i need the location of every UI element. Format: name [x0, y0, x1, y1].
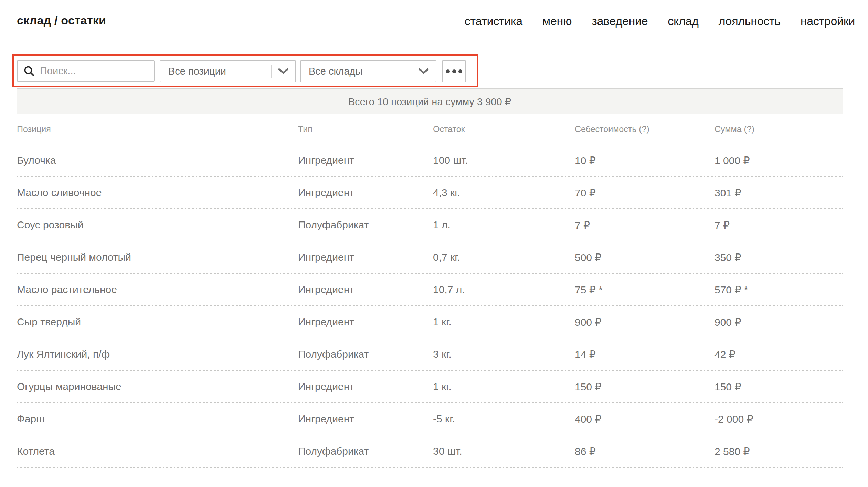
table-row[interactable]: Фарш Ингредиент -5 кг. 400 ₽ -2 000 ₽	[17, 403, 843, 435]
cell-position: Фарш	[17, 413, 298, 425]
cell-cost: 900 ₽	[575, 316, 714, 328]
select-divider	[412, 65, 412, 78]
cell-cost: 86 ₽	[575, 445, 714, 457]
cell-cost: 500 ₽	[575, 251, 714, 263]
cell-position: Масло растительное	[17, 284, 298, 295]
warehouses-filter-value: Все склады	[309, 66, 362, 77]
search-input[interactable]	[40, 65, 143, 77]
cell-position: Сыр твердый	[17, 316, 298, 328]
page-title: склад / остатки	[17, 14, 106, 27]
cell-position: Котлета	[17, 445, 298, 457]
cell-stock: 1 кг.	[433, 316, 575, 328]
cell-type: Полуфабрикат	[298, 348, 433, 360]
cell-cost: 10 ₽	[575, 154, 714, 166]
cell-type: Ингредиент	[298, 284, 433, 295]
nav-item-loyalty[interactable]: лояльность	[719, 14, 781, 28]
column-header-cost: Себестоимость (?)	[575, 124, 714, 134]
table-body: Булочка Ингредиент 100 шт. 10 ₽ 1 000 ₽ …	[17, 144, 843, 468]
cell-type: Полуфабрикат	[298, 219, 433, 231]
cell-position: Соус розовый	[17, 219, 298, 231]
cell-stock: 1 л.	[433, 219, 575, 231]
cell-position: Масло сливочное	[17, 187, 298, 198]
cell-sum: 1 000 ₽	[714, 154, 843, 166]
table-row[interactable]: Котлета Полуфабрикат 30 шт. 86 ₽ 2 580 ₽	[17, 435, 843, 468]
cell-sum: 900 ₽	[714, 316, 843, 328]
summary-text: Всего 10 позиций на сумму 3 900 ₽	[348, 96, 511, 108]
cell-type: Ингредиент	[298, 381, 433, 392]
nav-item-statistics[interactable]: статистика	[465, 14, 522, 28]
cell-stock: 4,3 кг.	[433, 187, 575, 198]
stock-content: Всего 10 позиций на сумму 3 900 ₽ Позици…	[17, 88, 843, 468]
positions-filter-value: Все позиции	[168, 66, 226, 77]
table-row[interactable]: Масло сливочное Ингредиент 4,3 кг. 70 ₽ …	[17, 177, 843, 209]
cell-position: Лук Ялтинский, п/ф	[17, 348, 298, 360]
table-row[interactable]: Сыр твердый Ингредиент 1 кг. 900 ₽ 900 ₽	[17, 306, 843, 338]
nav-item-settings[interactable]: настройки	[801, 14, 855, 28]
cell-stock: 1 кг.	[433, 381, 575, 392]
cell-position: Огурцы маринованые	[17, 381, 298, 392]
nav-item-venue[interactable]: заведение	[592, 14, 648, 28]
table-row[interactable]: Лук Ялтинский, п/ф Полуфабрикат 3 кг. 14…	[17, 338, 843, 371]
cell-stock: 10,7 л.	[433, 284, 575, 295]
table-row[interactable]: Масло растительное Ингредиент 10,7 л. 75…	[17, 274, 843, 306]
cell-cost: 75 ₽ *	[575, 284, 714, 296]
cell-sum: 2 580 ₽	[714, 445, 843, 457]
table-row[interactable]: Перец черный молотый Ингредиент 0,7 кг. …	[17, 241, 843, 274]
cell-type: Ингредиент	[298, 251, 433, 263]
ellipsis-icon	[446, 69, 462, 73]
cell-cost: 150 ₽	[575, 381, 714, 393]
cell-cost: 70 ₽	[575, 187, 714, 199]
cell-type: Ингредиент	[298, 316, 433, 328]
column-header-position: Позиция	[17, 124, 298, 134]
cell-sum: 7 ₽	[714, 219, 843, 231]
cell-cost: 7 ₽	[575, 219, 714, 231]
cell-cost: 14 ₽	[575, 348, 714, 360]
select-divider	[271, 65, 272, 78]
table-row[interactable]: Соус розовый Полуфабрикат 1 л. 7 ₽ 7 ₽	[17, 209, 843, 241]
search-icon	[24, 66, 34, 76]
cell-sum: 301 ₽	[714, 187, 843, 199]
cell-stock: -5 кг.	[433, 413, 575, 425]
summary-bar: Всего 10 позиций на сумму 3 900 ₽	[17, 88, 843, 114]
chevron-down-icon	[278, 68, 289, 75]
cell-sum: 570 ₽ *	[714, 284, 843, 296]
cell-stock: 30 шт.	[433, 445, 575, 457]
column-header-sum: Сумма (?)	[714, 124, 843, 134]
cell-cost: 400 ₽	[575, 413, 714, 425]
cell-type: Полуфабрикат	[298, 445, 433, 457]
more-options-button[interactable]	[442, 60, 466, 82]
cell-sum: 150 ₽	[714, 381, 843, 393]
table-header-row: Позиция Тип Остаток Себестоимость (?) Су…	[17, 114, 843, 144]
cell-sum: 42 ₽	[714, 348, 843, 360]
top-nav: статистика меню заведение склад лояльнос…	[465, 14, 855, 28]
cell-position: Булочка	[17, 154, 298, 166]
table-row[interactable]: Булочка Ингредиент 100 шт. 10 ₽ 1 000 ₽	[17, 144, 843, 177]
chevron-down-icon	[418, 68, 429, 75]
cell-type: Ингредиент	[298, 413, 433, 425]
column-header-stock: Остаток	[433, 124, 575, 134]
cell-stock: 3 кг.	[433, 348, 575, 360]
cell-stock: 0,7 кг.	[433, 251, 575, 263]
nav-item-warehouse[interactable]: склад	[668, 14, 698, 28]
positions-filter-select[interactable]: Все позиции	[160, 60, 296, 82]
cell-stock: 100 шт.	[433, 154, 575, 166]
cell-position: Перец черный молотый	[17, 251, 298, 263]
cell-type: Ингредиент	[298, 154, 433, 166]
warehouses-filter-select[interactable]: Все склады	[300, 60, 436, 82]
cell-type: Ингредиент	[298, 187, 433, 198]
cell-sum: -2 000 ₽	[714, 413, 843, 425]
column-header-type: Тип	[298, 124, 433, 134]
nav-item-menu[interactable]: меню	[542, 14, 572, 28]
table-row[interactable]: Огурцы маринованые Ингредиент 1 кг. 150 …	[17, 371, 843, 403]
search-box[interactable]	[17, 60, 155, 82]
stock-page: склад / остатки статистика меню заведени…	[0, 0, 868, 487]
cell-sum: 350 ₽	[714, 251, 843, 263]
